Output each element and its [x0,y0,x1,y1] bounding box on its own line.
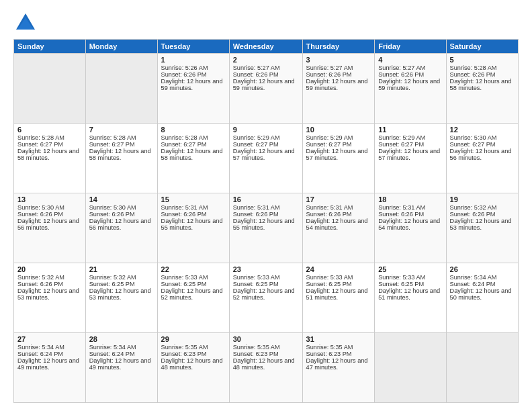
daylight-text: Daylight: 12 hours and 59 minutes. [306,78,368,91]
sunset-text: Sunset: 6:25 PM [233,281,279,287]
day-number: 15 [161,195,226,203]
calendar-cell: 20Sunrise: 5:32 AMSunset: 6:26 PMDayligh… [14,263,86,333]
daylight-text: Daylight: 12 hours and 56 minutes. [89,218,151,231]
calendar-cell [85,54,157,124]
sunrise-text: Sunrise: 5:34 AM [17,344,64,351]
daylight-text: Daylight: 12 hours and 54 minutes. [378,218,440,231]
calendar-cell: 25Sunrise: 5:33 AMSunset: 6:25 PMDayligh… [375,263,446,333]
calendar-cell: 16Sunrise: 5:31 AMSunset: 6:26 PMDayligh… [229,193,302,263]
page: SundayMondayTuesdayWednesdayThursdayFrid… [0,0,532,411]
daylight-text: Daylight: 12 hours and 48 minutes. [161,357,223,371]
day-number: 5 [450,56,515,64]
calendar-cell: 29Sunrise: 5:35 AMSunset: 6:23 PMDayligh… [157,333,229,403]
sunrise-text: Sunrise: 5:33 AM [233,274,280,281]
day-number: 26 [450,265,515,273]
sunrise-text: Sunrise: 5:32 AM [17,274,64,281]
day-number: 19 [450,195,515,203]
calendar-cell: 31Sunrise: 5:35 AMSunset: 6:23 PMDayligh… [302,333,375,403]
calendar-cell: 18Sunrise: 5:31 AMSunset: 6:26 PMDayligh… [375,193,446,263]
sunset-text: Sunset: 6:26 PM [17,281,63,287]
sunrise-text: Sunrise: 5:32 AM [89,274,136,281]
daylight-text: Daylight: 12 hours and 53 minutes. [450,218,512,231]
calendar-cell: 6Sunrise: 5:28 AMSunset: 6:27 PMDaylight… [14,124,86,193]
daylight-text: Daylight: 12 hours and 57 minutes. [233,148,295,161]
day-number: 4 [378,56,442,64]
daylight-text: Daylight: 12 hours and 59 minutes. [378,78,440,91]
daylight-text: Daylight: 12 hours and 53 minutes. [89,287,151,301]
calendar-cell: 24Sunrise: 5:33 AMSunset: 6:25 PMDayligh… [302,263,375,333]
week-row-5: 27Sunrise: 5:34 AMSunset: 6:24 PMDayligh… [14,333,519,403]
daylight-text: Daylight: 12 hours and 53 minutes. [17,287,79,301]
sunset-text: Sunset: 6:25 PM [161,281,207,287]
calendar-cell: 28Sunrise: 5:34 AMSunset: 6:24 PMDayligh… [85,333,157,403]
sunrise-text: Sunrise: 5:29 AM [233,134,280,141]
day-number: 8 [161,126,226,134]
sunset-text: Sunset: 6:26 PM [161,71,207,78]
sunrise-text: Sunrise: 5:31 AM [233,204,280,211]
day-number: 11 [378,126,442,134]
sunrise-text: Sunrise: 5:35 AM [306,344,353,351]
sunrise-text: Sunrise: 5:28 AM [17,134,64,141]
week-row-3: 13Sunrise: 5:30 AMSunset: 6:26 PMDayligh… [14,193,519,263]
calendar-cell: 19Sunrise: 5:32 AMSunset: 6:26 PMDayligh… [446,193,518,263]
sunrise-text: Sunrise: 5:31 AM [306,204,353,211]
sunrise-text: Sunrise: 5:28 AM [161,134,208,141]
daylight-text: Daylight: 12 hours and 58 minutes. [450,78,512,91]
day-header-thursday: Thursday [302,40,375,54]
daylight-text: Daylight: 12 hours and 51 minutes. [306,287,368,301]
day-number: 16 [233,195,299,203]
sunset-text: Sunset: 6:25 PM [89,281,135,287]
sunrise-text: Sunrise: 5:26 AM [161,64,208,71]
day-number: 31 [306,335,371,343]
sunset-text: Sunset: 6:26 PM [378,71,424,78]
sunrise-text: Sunrise: 5:32 AM [450,204,497,211]
day-number: 9 [233,126,299,134]
daylight-text: Daylight: 12 hours and 56 minutes. [450,148,512,161]
day-header-monday: Monday [85,40,157,54]
sunset-text: Sunset: 6:23 PM [161,351,207,357]
sunset-text: Sunset: 6:27 PM [17,141,63,148]
sunrise-text: Sunrise: 5:30 AM [450,134,497,141]
calendar-cell: 3Sunrise: 5:27 AMSunset: 6:26 PMDaylight… [302,54,375,124]
sunset-text: Sunset: 6:25 PM [306,281,352,287]
day-header-saturday: Saturday [446,40,518,54]
sunset-text: Sunset: 6:26 PM [233,211,279,218]
sunset-text: Sunset: 6:27 PM [233,141,279,148]
day-number: 21 [89,265,154,273]
calendar-cell: 8Sunrise: 5:28 AMSunset: 6:27 PMDaylight… [157,124,229,193]
calendar-cell: 2Sunrise: 5:27 AMSunset: 6:26 PMDaylight… [229,54,302,124]
day-number: 2 [233,56,299,64]
daylight-text: Daylight: 12 hours and 59 minutes. [161,78,223,91]
sunrise-text: Sunrise: 5:34 AM [89,344,136,351]
calendar-cell [375,333,446,403]
sunrise-text: Sunrise: 5:28 AM [450,64,497,71]
daylight-text: Daylight: 12 hours and 58 minutes. [89,148,151,161]
calendar-cell: 17Sunrise: 5:31 AMSunset: 6:26 PMDayligh… [302,193,375,263]
sunrise-text: Sunrise: 5:31 AM [161,204,208,211]
daylight-text: Daylight: 12 hours and 48 minutes. [233,357,295,371]
sunset-text: Sunset: 6:26 PM [450,71,496,78]
daylight-text: Daylight: 12 hours and 49 minutes. [17,357,79,371]
sunset-text: Sunset: 6:26 PM [17,211,63,218]
day-number: 1 [161,56,226,64]
sunset-text: Sunset: 6:27 PM [306,141,352,148]
day-number: 23 [233,265,299,273]
day-number: 28 [89,335,154,343]
day-header-sunday: Sunday [14,40,86,54]
sunrise-text: Sunrise: 5:33 AM [378,274,425,281]
sunrise-text: Sunrise: 5:29 AM [378,134,425,141]
calendar-cell: 30Sunrise: 5:35 AMSunset: 6:23 PMDayligh… [229,333,302,403]
daylight-text: Daylight: 12 hours and 59 minutes. [233,78,295,91]
sunrise-text: Sunrise: 5:34 AM [450,274,497,281]
sunset-text: Sunset: 6:27 PM [161,141,207,148]
sunset-text: Sunset: 6:27 PM [89,141,135,148]
daylight-text: Daylight: 12 hours and 55 minutes. [161,218,223,231]
week-row-4: 20Sunrise: 5:32 AMSunset: 6:26 PMDayligh… [14,263,519,333]
day-number: 7 [89,126,154,134]
day-number: 20 [17,265,82,273]
daylight-text: Daylight: 12 hours and 58 minutes. [17,148,79,161]
sunrise-text: Sunrise: 5:35 AM [233,344,280,351]
sunset-text: Sunset: 6:26 PM [161,211,207,218]
sunset-text: Sunset: 6:23 PM [306,351,352,357]
daylight-text: Daylight: 12 hours and 57 minutes. [306,148,368,161]
